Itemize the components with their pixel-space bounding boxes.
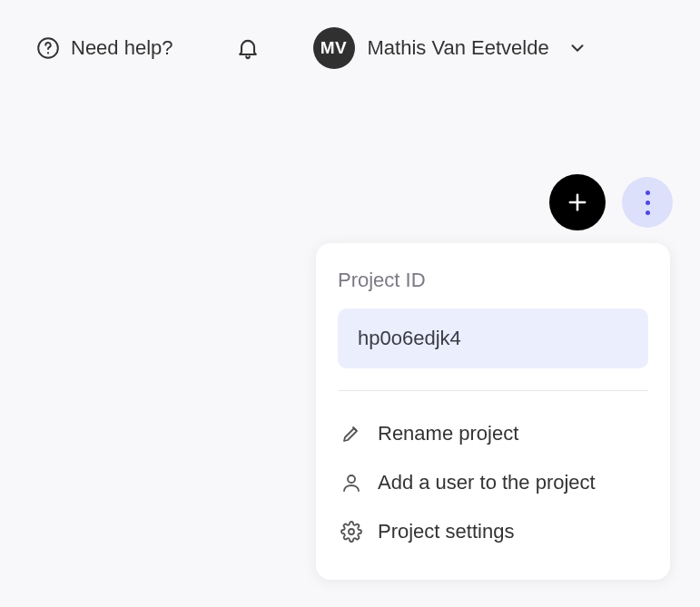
rename-project-item[interactable]: Rename project <box>338 409 648 458</box>
need-help-label: Need help? <box>71 36 173 60</box>
project-settings-item[interactable]: Project settings <box>338 507 648 556</box>
topbar: Need help? MV Mathis Van Eetvelde <box>0 0 700 69</box>
svg-point-4 <box>348 475 355 483</box>
add-user-item[interactable]: Add a user to the project <box>338 458 648 507</box>
user-icon <box>340 471 363 494</box>
need-help-link[interactable]: Need help? <box>36 36 173 60</box>
svg-point-5 <box>349 529 354 534</box>
user-menu[interactable]: MV Mathis Van Eetvelde <box>313 27 587 69</box>
pencil-icon <box>340 422 363 445</box>
add-user-label: Add a user to the project <box>378 471 596 494</box>
user-name: Mathis Van Eetvelde <box>368 36 549 60</box>
plus-icon <box>565 190 590 215</box>
help-icon <box>36 36 60 60</box>
svg-point-1 <box>47 52 49 54</box>
action-row <box>549 174 673 230</box>
divider <box>338 390 648 391</box>
bell-icon <box>235 35 261 61</box>
rename-project-label: Rename project <box>378 422 518 445</box>
project-settings-label: Project settings <box>378 520 514 543</box>
project-id-value[interactable]: hp0o6edjk4 <box>338 308 648 368</box>
avatar: MV <box>313 27 355 69</box>
notifications-button[interactable] <box>235 35 261 61</box>
more-vertical-icon <box>646 191 650 215</box>
more-options-button[interactable] <box>622 177 673 228</box>
project-id-label: Project ID <box>338 269 648 292</box>
gear-icon <box>340 520 363 543</box>
project-dropdown: Project ID hp0o6edjk4 Rename project Add… <box>316 243 670 580</box>
add-button[interactable] <box>549 174 606 230</box>
avatar-initials: MV <box>320 38 348 58</box>
chevron-down-icon <box>567 38 587 58</box>
